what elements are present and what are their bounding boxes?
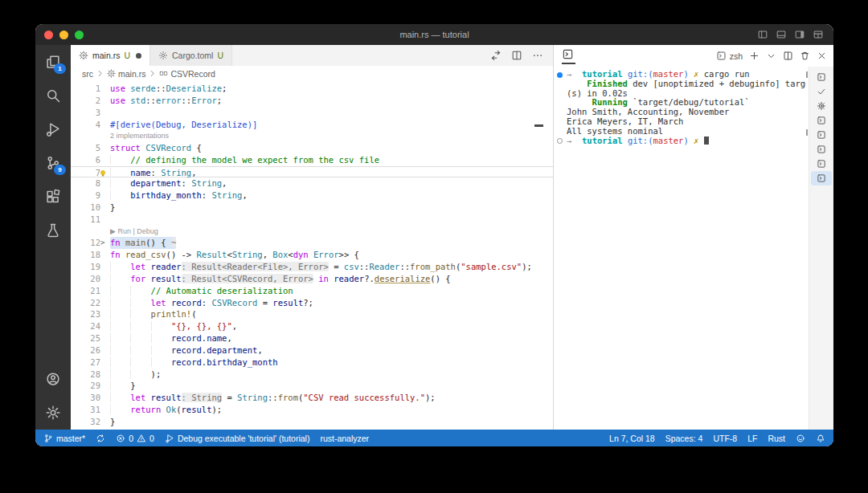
code-line[interactable]: 23 println!( [71,308,553,320]
code-line[interactable]: 6 // defining the model we expect from t… [71,154,553,166]
gutter-glyph [100,344,110,357]
activity-bar-item-explorer[interactable]: 1 [35,45,71,79]
terminal-dropdown-icon[interactable] [766,51,776,61]
terminal-session-item[interactable] [811,171,832,185]
bell-icon [816,434,825,443]
code-line[interactable]: 24 "{}, {}, {}", [71,320,553,332]
activity-bar-item-testing[interactable] [35,214,71,247]
status-item-notifications[interactable] [816,434,825,443]
status-label: Debug executable 'tutorial' (tutorial) [178,434,310,443]
code-line[interactable]: 21 // Automatic deserialization [71,285,553,297]
code-line[interactable]: 19 let reader: Result<Reader<File>, Erro… [71,261,553,273]
code-line[interactable]: 22 let record: CSVRecord = result?; [71,297,553,309]
code-token [110,345,130,355]
kill-terminal-icon[interactable] [800,51,810,61]
code-editor[interactable]: 1use serde::Deserialize;2use std::error:… [71,81,553,430]
status-item-eol[interactable]: LF [747,434,757,443]
close-button[interactable] [44,31,53,39]
activity-bar-item-source-control[interactable]: 9 [35,146,71,180]
minimize-button[interactable] [59,31,68,39]
code-line[interactable]: 31 return Ok(result); [71,404,553,416]
code-line[interactable]: 25 record.name, [71,332,553,344]
lightbulb-icon[interactable] [99,169,107,177]
close-panel-icon[interactable] [817,51,827,61]
zoom-button[interactable] [75,31,84,39]
tab-cargo-toml[interactable]: Cargo.toml U [150,45,232,66]
code-line[interactable]: 27 record.birthday_month [71,357,553,369]
code-line[interactable]: 1use serde::Deserialize; [71,83,553,95]
activity-bar-item-search[interactable] [35,79,71,112]
breadcrumb-item-main-rs[interactable]: main.rs [107,69,145,79]
code-text: ); [110,369,161,381]
status-item-feedback[interactable] [796,434,805,443]
terminal-icon [817,145,826,154]
activity-bar-item-accounts[interactable] [35,362,71,396]
toggle-sidebar-icon[interactable] [757,29,768,40]
code-line[interactable]: 4#[derive(Debug, Deserialize)] [71,119,553,131]
codelens[interactable]: 2 implementations [71,130,553,142]
split-terminal-icon[interactable] [783,51,793,61]
status-item-rust-analyzer-status[interactable]: rust-analyzer [320,434,369,443]
status-item-indentation[interactable]: Spaces: 4 [665,434,703,443]
terminal-session-item[interactable] [811,84,832,99]
terminal-session-item[interactable] [811,128,832,142]
code-line[interactable]: 20 for result: Result<CSVRecord, Error> … [71,273,553,285]
code-line[interactable]: 29 } [71,380,553,392]
code-line[interactable]: 2use std::error::Error; [71,95,553,107]
breadcrumb-item-src[interactable]: src [82,69,93,79]
code-text: } [110,380,136,392]
code-line[interactable]: 8 department: String, [71,177,553,189]
fold-chevron-icon[interactable]: > [100,237,104,249]
shell-selector[interactable]: zsh [716,51,743,61]
status-item-branch-status[interactable]: master* [43,434,85,443]
line-number: 7 [71,167,100,177]
status-item-debug-launch[interactable]: Debug executable 'tutorial' (tutorial) [165,434,310,443]
terminal-output[interactable]: → tutorial git:(master) ✗ cargo run Fini… [554,70,806,145]
terminal-tab[interactable] [562,48,575,64]
code-line[interactable]: 7 name: String, [71,166,553,178]
overview-ruler-marker [534,124,543,127]
status-item-problems[interactable]: 00 [116,434,154,443]
codelens[interactable]: ▶ Run | Debug [71,226,553,238]
rust-file-icon [79,51,88,60]
status-item-sync-changes[interactable] [96,434,105,443]
terminal-session-item[interactable] [811,157,832,171]
toggle-panel-icon[interactable] [776,29,787,40]
code-line[interactable]: 9 birthday_month: String, [71,189,553,202]
tab-main-rs[interactable]: main.rs U [71,45,150,66]
toggle-secondary-sidebar-icon[interactable] [794,29,805,40]
command-decoration[interactable] [557,72,563,78]
code-text: // Automatic deserialization [110,285,293,297]
code-line[interactable]: 30 let result: String = String::from("CS… [71,392,553,404]
breadcrumb-item-csvrecord[interactable]: CSVRecord [159,69,215,79]
activity-bar-item-extensions[interactable] [35,180,71,214]
terminal-session-item[interactable] [811,142,832,157]
terminal-session-item[interactable] [811,70,832,84]
more-actions-icon[interactable] [532,50,543,61]
status-item-language-mode[interactable]: Rust [768,434,785,443]
code-line[interactable]: 3 [71,107,553,119]
code-line[interactable]: 28 ); [71,369,553,381]
code-line[interactable]: 26 record.department, [71,344,553,357]
activity-bar-item-settings[interactable] [35,396,71,430]
code-token: ); [151,369,162,379]
code-line[interactable]: 11 [71,214,553,226]
open-changes-icon[interactable] [490,50,502,61]
status-item-cursor-position[interactable]: Ln 7, Col 18 [609,434,655,443]
code-line[interactable]: 12>fn main() { ~ [71,237,553,249]
command-decoration[interactable] [557,138,563,144]
code-token: csv [344,262,359,271]
status-item-encoding[interactable]: UTF-8 [713,434,737,443]
customize-layout-icon[interactable] [813,29,824,40]
code-line[interactable]: 32} [71,416,553,428]
new-terminal-icon[interactable] [749,51,760,61]
activity-bar-item-run-and-debug[interactable] [35,112,71,146]
terminal-session-item[interactable] [811,113,832,128]
code-token: { [191,143,202,153]
code-line[interactable]: 10} [71,202,553,214]
code-line[interactable]: 18fn read_csv() -> Result<String, Box<dy… [71,249,553,261]
code-token: String [232,250,263,259]
terminal-session-item[interactable] [811,99,832,113]
code-line[interactable]: 5struct CSVRecord { [71,142,553,154]
split-editor-icon[interactable] [511,50,522,61]
